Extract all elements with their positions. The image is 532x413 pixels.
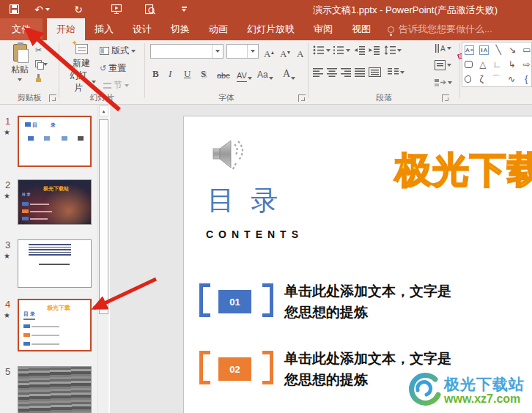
thumbnail-scrollbar[interactable]: ▲: [97, 105, 108, 413]
decrease-indent-button[interactable]: [354, 45, 365, 55]
slide-decor-title[interactable]: 极光下载: [395, 146, 532, 195]
numbering-button[interactable]: [333, 45, 350, 55]
tab-animations[interactable]: 动画: [199, 18, 237, 40]
distribute-text-icon: [369, 67, 381, 77]
copy-button[interactable]: [35, 57, 57, 71]
font-color-button[interactable]: A: [283, 65, 295, 80]
animation-star-icon: ★: [4, 192, 10, 200]
decrease-font-button[interactable]: A: [280, 45, 290, 60]
thumbnail-image[interactable]: [18, 366, 92, 413]
print-preview-button[interactable]: [142, 2, 158, 16]
align-left-button[interactable]: [313, 67, 324, 77]
new-slide-label-1: 新建: [67, 57, 96, 70]
line-spacing-button[interactable]: [384, 45, 402, 55]
audio-speaker-icon[interactable]: [212, 138, 251, 176]
shape-scribble[interactable]: ζ: [476, 75, 486, 83]
text-shadow-button[interactable]: S: [201, 65, 206, 80]
justify-button[interactable]: [355, 67, 366, 77]
thumbnail-image[interactable]: 极光下载站 目 录: [18, 179, 92, 225]
chevron-down-icon: [45, 8, 50, 11]
tab-insert[interactable]: 插入: [85, 18, 123, 40]
undo-dropdown[interactable]: [44, 2, 51, 16]
section-button[interactable]: 节: [103, 79, 129, 92]
shape-elbow-connector[interactable]: ∟: [492, 60, 502, 69]
paragraph-dialog-launcher[interactable]: [442, 94, 449, 102]
thumbnail-image[interactable]: 目 录: [18, 116, 92, 167]
font-dialog-launcher[interactable]: [298, 94, 306, 102]
slides-group: 新建 幻灯片 版式 ↺ 重置 节 幻灯片: [59, 40, 144, 104]
tab-file[interactable]: 文件: [0, 18, 43, 40]
shape-block-arrow[interactable]: ⇨: [522, 60, 531, 69]
font-name-combo[interactable]: [150, 44, 223, 59]
bullets-button[interactable]: [313, 45, 330, 55]
change-case-button[interactable]: Aa: [257, 65, 273, 80]
slide-heading[interactable]: 目 录: [207, 182, 282, 219]
redo-button[interactable]: ↻: [70, 2, 86, 16]
scroll-up-button[interactable]: ▲: [99, 105, 108, 116]
ribbon: 粘贴 ✂ 剪贴板 新建: [0, 40, 532, 105]
distribute-text-button[interactable]: [369, 67, 381, 77]
chevron-down-icon: [397, 49, 402, 52]
shape-line[interactable]: ╲: [494, 45, 503, 54]
strikethrough-button[interactable]: abc: [217, 65, 230, 80]
font-name-dropdown[interactable]: [212, 45, 223, 58]
new-slide-icon: [75, 44, 88, 54]
save-button[interactable]: [6, 2, 22, 16]
tab-view[interactable]: 视图: [342, 18, 380, 40]
slide-editor: 极光下载 目 录 CONTENTS 01 单击此处添加文本，文字是 您思想的提炼…: [108, 105, 532, 413]
tab-home[interactable]: 开始: [47, 18, 85, 40]
thumbnail-image[interactable]: [18, 239, 92, 288]
font-size-combo[interactable]: [226, 44, 259, 59]
align-right-button[interactable]: [341, 67, 352, 77]
shape-curve[interactable]: ∿: [506, 75, 516, 83]
shapes-gallery: A≡ ‖A ╲ ↘ ▭ △ ∟ ↳ ⇨ ζ ⌒ ∿: [462, 42, 532, 87]
tell-me-box[interactable]: 告诉我您想要做什么...: [388, 18, 492, 40]
chevron-down-icon: [18, 78, 22, 81]
shape-elbow-arrow-connector[interactable]: ↳: [507, 60, 517, 69]
mini-shape: [44, 136, 50, 141]
text-direction-button[interactable]: A: [435, 43, 451, 53]
tab-design[interactable]: 设计: [123, 18, 161, 40]
slide-subheading[interactable]: CONTENTS: [206, 228, 303, 240]
character-spacing-button[interactable]: AV: [237, 65, 252, 80]
italic-button[interactable]: I: [169, 65, 171, 80]
tab-slideshow[interactable]: 幻灯片放映: [237, 18, 304, 40]
shape-arc[interactable]: ⌒: [492, 75, 501, 83]
columns-button[interactable]: [388, 67, 404, 77]
slide-number: 5: [5, 366, 10, 377]
tab-review[interactable]: 审阅: [304, 18, 342, 40]
reset-button[interactable]: ↺ 重置: [100, 62, 126, 75]
format-painter-icon: [35, 74, 42, 83]
increase-indent-button[interactable]: [369, 45, 380, 55]
scrollbar-thumb[interactable]: [99, 119, 108, 314]
align-center-button[interactable]: [327, 67, 338, 77]
shape-freeform[interactable]: [465, 75, 471, 83]
start-slideshow-button[interactable]: [108, 2, 125, 16]
convert-smartart-button[interactable]: [435, 78, 452, 87]
shape-rectangle[interactable]: ▭: [522, 45, 531, 54]
increase-font-button[interactable]: A: [264, 45, 274, 60]
align-center-icon: [327, 67, 338, 77]
current-slide-canvas[interactable]: 极光下载 目 录 CONTENTS 01 单击此处添加文本，文字是 您思想的提炼…: [183, 116, 532, 413]
bold-button[interactable]: B: [152, 65, 159, 80]
shape-rounded-rectangle[interactable]: [465, 61, 473, 68]
underline-button[interactable]: U: [184, 65, 191, 80]
customize-qat-button[interactable]: [176, 2, 192, 16]
cut-button[interactable]: ✂: [35, 43, 57, 57]
shape-brace[interactable]: {: [522, 75, 531, 83]
content-item-1[interactable]: 01 单击此处添加文本，文字是 您思想的提炼: [199, 280, 532, 321]
paste-button[interactable]: 粘贴: [6, 42, 34, 100]
shape-arrow[interactable]: ↘: [508, 45, 517, 54]
tab-transitions[interactable]: 切换: [161, 18, 199, 40]
chevron-down-icon: [448, 81, 452, 84]
shape-vertical-textbox[interactable]: ‖A: [479, 45, 489, 55]
layout-button[interactable]: 版式: [100, 45, 136, 57]
item-text[interactable]: 单击此处添加文本，文字是 您思想的提炼: [284, 280, 451, 323]
clipboard-dialog-launcher[interactable]: [49, 94, 56, 102]
font-size-dropdown[interactable]: [247, 45, 258, 58]
shape-triangle[interactable]: △: [478, 60, 487, 69]
format-painter-button[interactable]: [35, 71, 57, 85]
thumbnail-image[interactable]: 极光下载 目 录: [18, 299, 92, 351]
align-text-button[interactable]: [435, 60, 451, 70]
shape-textbox[interactable]: A≡: [465, 45, 474, 55]
